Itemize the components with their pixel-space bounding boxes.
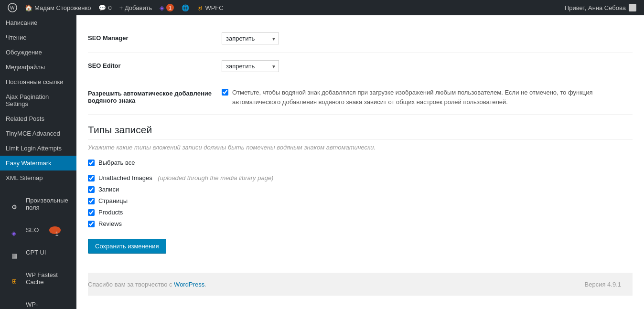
- seo-manager-dropdown-wrap: запретитьразрешить ▼: [222, 32, 279, 44]
- seo-editor-control: запретитьразрешить ▼: [222, 60, 633, 72]
- sidebar-item-limit-login[interactable]: Limit Login Attempts: [0, 141, 76, 156]
- watermark-auto-description: Отметьте, чтобы водяной знак добавлялся …: [232, 88, 633, 107]
- post-type-reviews: Reviews: [88, 220, 633, 227]
- seo-manager-label: SEO Manager: [88, 32, 222, 42]
- watermark-checkbox-wrap: Отметьте, чтобы водяной знак добавлялся …: [222, 88, 633, 107]
- sidebar-item-proizvolnye[interactable]: ⚙ Произвольные поля: [0, 189, 76, 219]
- sidebar-item-xml-sitemap[interactable]: XML Sitemap: [0, 170, 76, 185]
- watermark-auto-label: Разрешить автоматическое добавление водя…: [88, 88, 222, 104]
- seo-editor-dropdown-wrap: запретитьразрешить ▼: [222, 60, 279, 72]
- seo-editor-label: SEO Editor: [88, 60, 222, 69]
- content-wrap: SEO Manager запретитьразрешить ▼ SEO Edi…: [76, 15, 644, 309]
- globe-button[interactable]: 🌐: [178, 4, 193, 11]
- seo-manager-select[interactable]: запретитьразрешить: [222, 32, 279, 44]
- yoast-icon: ◈: [160, 4, 164, 11]
- sidebar-item-mediafajly[interactable]: Медиафайлы: [0, 60, 76, 75]
- select-all-wrap: Выбрать все: [88, 159, 633, 166]
- gear-icon: ⚙: [6, 200, 17, 208]
- wp-logo-button[interactable]: W: [4, 3, 21, 12]
- top-bar-right: Привет, Анна Себова: [561, 4, 640, 11]
- yoast-button[interactable]: ◈ 1: [156, 4, 178, 11]
- sidebar-menu: Написание Чтение Обсуждение Медиафайлы П…: [0, 15, 76, 185]
- sidebar-item-ajax-pagination[interactable]: Ajax Pagination Settings: [0, 89, 76, 111]
- sidebar-item-cpt-ui[interactable]: ▦ CPT UI: [0, 241, 76, 264]
- sidebar-item-chtenie[interactable]: Чтение: [0, 30, 76, 45]
- save-button[interactable]: Сохранить изменения: [88, 239, 166, 254]
- post-type-unattached: Unattached Images (uploaded through the …: [88, 174, 633, 181]
- checkbox-products[interactable]: [88, 209, 95, 216]
- user-avatar: [629, 4, 636, 11]
- post-type-unattached-label: Unattached Images: [98, 174, 152, 181]
- watermark-auto-row: Разрешить автоматическое добавление водя…: [88, 80, 633, 115]
- grid-icon: ▦: [6, 248, 17, 257]
- post-type-products: Products: [88, 208, 633, 216]
- watermark-auto-checkbox[interactable]: [222, 89, 228, 96]
- select-all-label: Выбрать все: [98, 159, 135, 166]
- site-name[interactable]: 🏠 Мадам Стороженко: [21, 4, 95, 11]
- wordpress-link[interactable]: WordPress: [174, 281, 204, 288]
- checkbox-unattached[interactable]: [88, 175, 95, 181]
- sidebar-item-seo[interactable]: ◈ SEO 1: [0, 219, 76, 241]
- post-types-subtitle: Укажите какие типы вложений записи должн…: [88, 144, 633, 151]
- sidebar-item-related-posts[interactable]: Related Posts: [0, 111, 76, 126]
- footer-version: Версия 4.9.1: [585, 281, 621, 288]
- seo-manager-row: SEO Manager запретитьразрешить ▼: [88, 25, 633, 53]
- globe-icon: 🌐: [182, 4, 189, 11]
- page-footer: Спасибо вам за творчество с WordPress. В…: [88, 273, 633, 296]
- footer-thanks: Спасибо вам за творчество с WordPress.: [88, 281, 206, 288]
- post-types-list: Unattached Images (uploaded through the …: [88, 174, 633, 227]
- home-icon: 🏠: [25, 4, 32, 11]
- checkbox-stranicy[interactable]: [88, 198, 95, 204]
- checkbox-zapisi[interactable]: [88, 186, 95, 193]
- post-type-zapisi-label: Записи: [98, 186, 119, 193]
- sidebar-section-menu: ⚙ Произвольные поля ◈ SEO 1 ▦ CPT UI: [0, 189, 76, 309]
- post-type-stranicy: Страницы: [88, 197, 633, 204]
- post-types-heading: Типы записей: [88, 124, 633, 140]
- add-new-button[interactable]: + Добавить: [116, 4, 156, 11]
- svg-text:W: W: [10, 5, 15, 11]
- sidebar-item-wp-fastest-cache[interactable]: ⛨ WP Fastest Cache: [0, 264, 76, 293]
- post-type-products-label: Products: [98, 209, 123, 216]
- seo-editor-row: SEO Editor запретитьразрешить ▼: [88, 53, 633, 80]
- checkbox-reviews[interactable]: [88, 221, 95, 227]
- sidebar-item-wp-postratings[interactable]: ★ WP-PostRatings: [0, 293, 76, 309]
- seo-icon: ◈: [6, 226, 17, 234]
- seo-editor-select[interactable]: запретитьразрешить: [222, 60, 279, 72]
- watermark-auto-control: Отметьте, чтобы водяной знак добавлялся …: [222, 88, 633, 107]
- sidebar-item-tinymce[interactable]: TinyMCE Advanced: [0, 126, 76, 141]
- post-type-zapisi: Записи: [88, 185, 633, 193]
- post-type-reviews-label: Reviews: [98, 220, 122, 227]
- seo-manager-control: запретитьразрешить ▼: [222, 32, 633, 44]
- wpfc-button[interactable]: ⛨ WPFC: [193, 4, 227, 11]
- sidebar-item-easy-watermark[interactable]: Easy Watermark: [0, 156, 76, 170]
- post-type-stranicy-label: Страницы: [98, 197, 128, 204]
- sidebar-item-obsuzhdenie[interactable]: Обсуждение: [0, 45, 76, 60]
- main-content: SEO Manager запретитьразрешить ▼ SEO Edi…: [76, 15, 644, 309]
- layout: Написание Чтение Обсуждение Медиафайлы П…: [0, 15, 644, 309]
- sidebar: Написание Чтение Обсуждение Медиафайлы П…: [0, 15, 76, 309]
- top-bar: W 🏠 Мадам Стороженко 💬 0 + Добавить ◈ 1 …: [0, 0, 644, 15]
- sidebar-item-ssylki[interactable]: Постоянные ссылки: [0, 75, 76, 89]
- post-type-unattached-note: (uploaded through the media library page…: [156, 174, 274, 181]
- star-icon: ★: [6, 304, 17, 309]
- sidebar-item-napisanie[interactable]: Написание: [0, 15, 76, 30]
- user-menu[interactable]: Привет, Анна Себова: [561, 4, 640, 11]
- wpfc-icon: ⛨: [197, 4, 203, 11]
- comments-icon: 💬: [98, 4, 106, 11]
- select-all-checkbox[interactable]: [88, 160, 95, 166]
- comments-button[interactable]: 💬 0: [95, 4, 115, 11]
- shield-icon: ⛨: [6, 274, 17, 283]
